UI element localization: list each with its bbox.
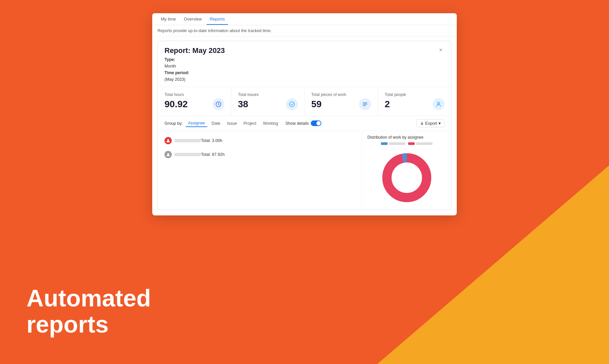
legend-color-user-two [408, 142, 415, 145]
export-label: Export [425, 121, 437, 126]
chart-legend [381, 142, 433, 145]
report-meta: Type: Month Time period: (May 2023) [164, 56, 225, 83]
tab-my-time[interactable]: My time [158, 14, 179, 25]
donut-chart [379, 150, 435, 206]
lock-icon [420, 121, 424, 125]
list-icon [359, 98, 371, 110]
donut-hole [392, 163, 422, 193]
stat-hours-value: 90.92 [164, 99, 188, 110]
show-details-toggle[interactable]: Show details [285, 120, 321, 126]
stat-pieces-of-work: Total pieces of work 59 [305, 87, 378, 115]
groupby-label: Group by: [164, 121, 183, 126]
groupby-bar: Group by: Assignee Date Issue Project Wo… [158, 116, 451, 131]
report-type: Type: Month [164, 56, 225, 69]
stat-total-people: Total people 2 [378, 87, 451, 115]
avatar-user-one [164, 137, 172, 144]
close-button[interactable]: × [437, 46, 445, 54]
groupby-worklog[interactable]: Worklog [260, 120, 281, 127]
report-header: Report: May 2023 Type: Month Time period… [158, 41, 451, 87]
stat-total-issues: Total issues 38 [231, 87, 305, 115]
legend-color-user-one [381, 142, 388, 145]
stat-people-value: 2 [385, 99, 390, 110]
chart-title: Distribution of work by assignee [367, 135, 423, 140]
chart-area: Distribution of work by assignee [362, 131, 451, 210]
groupby-project[interactable]: Project [241, 120, 259, 127]
assignee-row[interactable]: Total: 3.00h [158, 134, 362, 148]
stat-pieces-label: Total pieces of work [311, 92, 371, 97]
stat-people-label: Total people [385, 92, 445, 97]
legend-name-user-two [416, 142, 433, 145]
svg-rect-2 [363, 103, 367, 103]
svg-point-7 [167, 139, 169, 141]
report-title: Report: May 2023 [164, 46, 225, 55]
export-button[interactable]: Export ▾ [416, 119, 445, 127]
stat-pieces-value: 59 [311, 99, 322, 110]
report-info: Report: May 2023 Type: Month Time period… [164, 46, 225, 83]
stat-hours-label: Total hours [164, 92, 224, 97]
tab-bar: My time Overview Reports [152, 13, 457, 25]
clock-icon [212, 98, 224, 110]
assignee-row[interactable]: Total: 87.92h [158, 148, 362, 161]
assignee-list: Total: 3.00h Total: 87.92h [158, 131, 362, 210]
report-period: Time period: (May 2023) [164, 69, 225, 83]
stats-row: Total hours 90.92 Total issues 38 [158, 87, 451, 116]
svg-point-8 [167, 153, 169, 155]
avatar-user-two [164, 151, 172, 158]
check-icon [286, 98, 298, 110]
groupby-date[interactable]: Date [209, 120, 223, 127]
groupby-assignee[interactable]: Assignee [185, 120, 208, 127]
legend-name-user-one [389, 142, 405, 145]
stat-total-hours: Total hours 90.92 [158, 87, 231, 115]
groupby-issue[interactable]: Issue [224, 120, 240, 127]
user-two-total: Total: 87.92h [201, 152, 225, 157]
show-details-label: Show details [285, 121, 309, 126]
user-two-name [174, 153, 201, 156]
person-icon [433, 98, 445, 110]
export-chevron-icon: ▾ [439, 121, 441, 126]
svg-point-1 [289, 102, 294, 107]
hero-text: Automated reports [26, 285, 151, 338]
svg-rect-6 [421, 123, 423, 125]
toggle-switch[interactable] [311, 120, 321, 126]
tab-reports[interactable]: Reports [207, 14, 228, 25]
svg-rect-4 [363, 105, 366, 106]
report-card: Report: May 2023 Type: Month Time period… [158, 41, 451, 210]
stat-issues-value: 38 [238, 99, 248, 110]
content-area: Total: 3.00h Total: 87.92h Distribution … [158, 131, 451, 210]
svg-point-5 [438, 102, 440, 104]
user-one-total: Total: 3.00h [201, 138, 222, 143]
stat-issues-label: Total issues [238, 92, 298, 97]
app-window: My time Overview Reports Reports provide… [152, 13, 457, 215]
legend-item-user-one [381, 142, 405, 145]
svg-rect-3 [363, 104, 367, 105]
page-description: Reports provide up-to-date information a… [152, 25, 457, 37]
legend-item-user-two [408, 142, 433, 145]
user-one-name [174, 139, 201, 142]
tab-overview[interactable]: Overview [181, 14, 205, 25]
